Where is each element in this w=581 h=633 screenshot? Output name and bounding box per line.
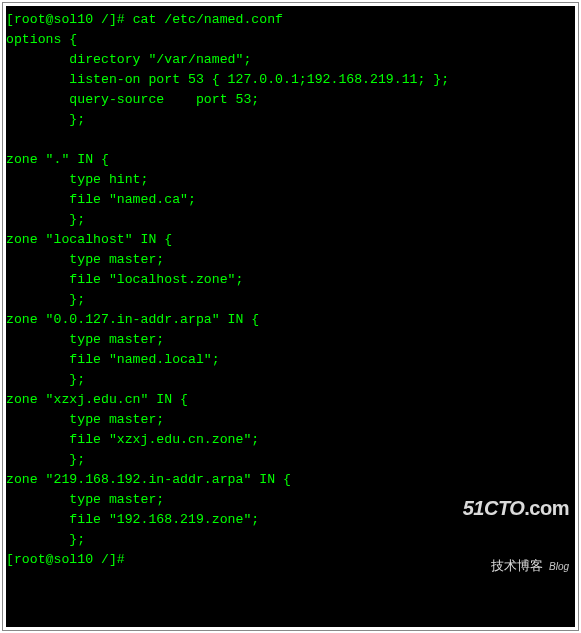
watermark: 51CTO.com 技术博客Blog (463, 458, 569, 617)
output-line: }; (6, 372, 85, 387)
prompt-line-1: [root@sol10 /]# cat /etc/named.conf (6, 12, 283, 27)
output-line: file "192.168.219.zone"; (6, 512, 259, 527)
watermark-logo: 51CTO.com (463, 498, 569, 518)
output-line: }; (6, 532, 85, 547)
output-line: type master; (6, 252, 164, 267)
terminal-output: [root@sol10 /]# cat /etc/named.conf opti… (6, 6, 575, 627)
output-line: type hint; (6, 172, 148, 187)
output-line: }; (6, 292, 85, 307)
prompt-command (125, 552, 133, 567)
output-line: zone "localhost" IN { (6, 232, 172, 247)
watermark-en-text: Blog (549, 561, 569, 572)
output-line: }; (6, 112, 85, 127)
watermark-subtitle: 技术博客Blog (463, 556, 569, 577)
prompt-line-2: [root@sol10 /]# (6, 552, 133, 567)
output-line: type master; (6, 412, 164, 427)
output-line: listen-on port 53 { 127.0.0.1;192.168.21… (6, 72, 449, 87)
image-frame: [root@sol10 /]# cat /etc/named.conf opti… (2, 2, 579, 631)
output-line: type master; (6, 332, 164, 347)
output-line: type master; (6, 492, 164, 507)
output-line: zone "219.168.192.in-addr.arpa" IN { (6, 472, 291, 487)
watermark-cn-text: 技术博客 (491, 558, 543, 573)
watermark-domain: .com (524, 497, 569, 519)
output-line: file "named.ca"; (6, 192, 196, 207)
output-line: zone "." IN { (6, 152, 109, 167)
output-line: }; (6, 452, 85, 467)
prompt-user-host: [root@sol10 /]# (6, 12, 125, 27)
output-line: file "xzxj.edu.cn.zone"; (6, 432, 259, 447)
prompt-user-host: [root@sol10 /]# (6, 552, 125, 567)
output-line: options { (6, 32, 77, 47)
output-line: }; (6, 212, 85, 227)
prompt-command: cat /etc/named.conf (125, 12, 283, 27)
output-line: zone "0.0.127.in-addr.arpa" IN { (6, 312, 259, 327)
watermark-brand: 51CTO (463, 497, 525, 519)
output-line: file "named.local"; (6, 352, 220, 367)
output-line: zone "xzxj.edu.cn" IN { (6, 392, 188, 407)
output-line: directory "/var/named"; (6, 52, 251, 67)
output-line: query-source port 53; (6, 92, 259, 107)
output-line: file "localhost.zone"; (6, 272, 243, 287)
